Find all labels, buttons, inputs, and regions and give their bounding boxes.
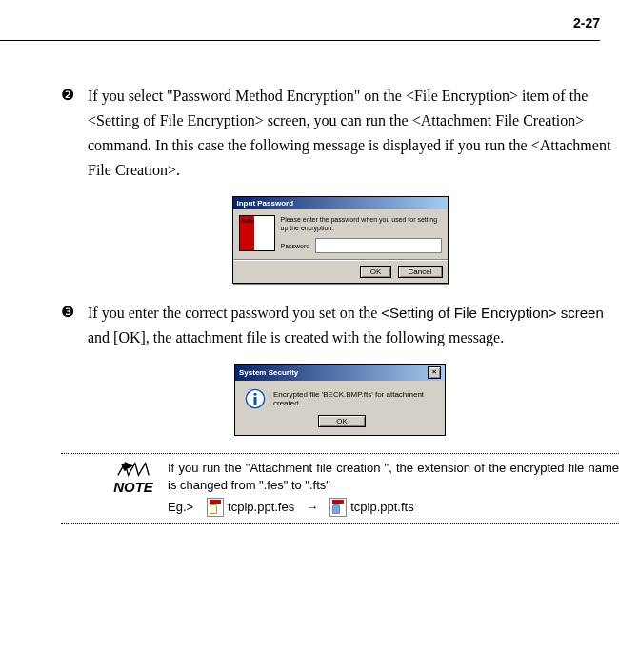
filename-fes: tcpip.ppt.fes — [228, 499, 294, 516]
dialog-message: Please enter the password when you used … — [281, 215, 442, 232]
ok-button[interactable]: OK — [318, 415, 366, 427]
svg-rect-2 — [253, 397, 256, 405]
step-3: ❸ If you enter the correct password you … — [61, 301, 619, 350]
close-icon[interactable]: × — [428, 366, 441, 379]
filename-fts: tcpip.ppt.fts — [350, 499, 413, 516]
arrow-icon: → — [306, 499, 318, 516]
safe-logo-icon: Safe — [239, 215, 275, 251]
step-2-bullet: ❷ — [61, 84, 88, 183]
svg-point-1 — [253, 393, 256, 396]
example-row: Eg.> tcpip.ppt.fes → tcpip.ppt.fts — [168, 498, 619, 517]
ok-button[interactable]: OK — [360, 266, 392, 278]
step-3-bullet: ❸ — [61, 301, 88, 350]
dialog-title: System Security — [239, 368, 298, 377]
password-input[interactable] — [315, 238, 441, 253]
page-number: 2-27 — [573, 15, 600, 30]
dialog-title: Input Password — [233, 197, 448, 209]
password-label: Password — [281, 243, 310, 249]
step-3-text: If you enter the correct password you se… — [88, 301, 619, 350]
divider — [61, 453, 619, 454]
dialog-message: Encrypted file 'BECK.BMP.fts' for attach… — [273, 390, 435, 407]
note-text: If you run the "Attachment file creation… — [168, 460, 619, 494]
input-password-dialog: Input Password Safe Please enter the pas… — [232, 196, 449, 284]
eg-label: Eg.> — [168, 499, 193, 516]
header-rule — [0, 40, 600, 41]
note-icon: NOTE — [99, 460, 168, 517]
divider — [61, 523, 619, 524]
file-fts-icon — [329, 498, 347, 517]
cancel-button[interactable]: Cancel — [398, 266, 443, 278]
info-icon — [245, 388, 266, 409]
step-2-text: If you select "Password Method Encryptio… — [88, 84, 619, 183]
system-security-dialog: System Security × Encrypted file 'BECK.B… — [234, 364, 446, 436]
note-block: NOTE If you run the "Attachment file cre… — [61, 460, 619, 517]
file-fes-icon — [207, 498, 224, 517]
step-2: ❷ If you select "Password Method Encrypt… — [61, 84, 619, 183]
